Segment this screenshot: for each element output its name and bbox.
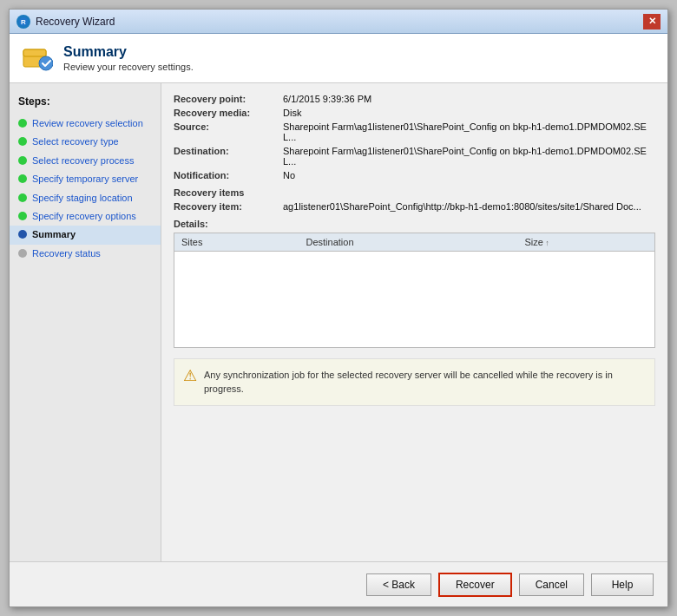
- window-title: Recovery Wizard: [36, 16, 115, 28]
- details-label: Details:: [174, 219, 655, 229]
- sidebar-label-specify-recovery-options: Specify recovery options: [32, 210, 136, 223]
- col-destination: Destination: [299, 233, 518, 252]
- svg-rect-3: [23, 49, 46, 56]
- dot-select-recovery-process: [18, 156, 27, 165]
- cancel-button[interactable]: Cancel: [519, 573, 584, 596]
- detail-table-body: [174, 252, 654, 347]
- main-content: Recovery point: 6/1/2015 9:39:36 PM Reco…: [161, 83, 667, 561]
- help-button[interactable]: Help: [591, 573, 654, 596]
- recover-button[interactable]: Recover: [438, 573, 512, 597]
- dot-review-recovery-selection: [18, 119, 27, 128]
- sidebar-title: Steps:: [10, 92, 161, 115]
- sidebar-item-summary[interactable]: Summary: [10, 226, 161, 244]
- warning-icon: ⚠: [183, 368, 197, 383]
- detail-table-wrapper: Sites Destination Size: [174, 233, 655, 348]
- svg-text:R: R: [21, 18, 26, 26]
- recovery-point-label: Recovery point:: [174, 94, 278, 104]
- recovery-item-grid: Recovery item: ag1listener01\SharePoint_…: [174, 201, 655, 212]
- destination-label: Destination:: [174, 146, 278, 167]
- back-button[interactable]: < Back: [366, 573, 431, 596]
- info-grid: Recovery point: 6/1/2015 9:39:36 PM Reco…: [174, 94, 655, 180]
- header-icon: [22, 43, 53, 74]
- sidebar-label-specify-staging-location: Specify staging location: [32, 192, 133, 205]
- sidebar-item-select-recovery-type[interactable]: Select recovery type: [10, 133, 161, 151]
- body: Steps: Review recovery selection Select …: [10, 83, 667, 561]
- title-bar: R Recovery Wizard ✕: [10, 10, 667, 34]
- source-value: Sharepoint Farm\ag1listener01\SharePoint…: [283, 121, 655, 142]
- header-subtitle: Review your recovery settings.: [63, 62, 194, 72]
- col-size[interactable]: Size: [517, 233, 654, 252]
- sidebar-label-recovery-status: Recovery status: [32, 247, 101, 260]
- recovery-item-value: ag1listener01\SharePoint_Config\http://b…: [283, 201, 655, 212]
- sidebar-item-specify-staging-location[interactable]: Specify staging location: [10, 189, 161, 207]
- sidebar-item-recovery-status[interactable]: Recovery status: [10, 245, 161, 263]
- dot-specify-temporary-server: [18, 174, 27, 183]
- title-bar-left: R Recovery Wizard: [16, 15, 115, 29]
- dot-specify-staging-location: [18, 193, 27, 202]
- sidebar-label-select-recovery-type: Select recovery type: [32, 135, 119, 148]
- svg-point-4: [39, 56, 53, 70]
- recovery-items-section-label: Recovery items: [174, 187, 655, 198]
- dot-recovery-status: [18, 249, 27, 258]
- col-sites: Sites: [174, 233, 299, 252]
- sidebar-item-specify-temporary-server[interactable]: Specify temporary server: [10, 170, 161, 188]
- header-title: Summary: [63, 44, 194, 60]
- recovery-point-value: 6/1/2015 9:39:36 PM: [283, 94, 655, 104]
- source-label: Source:: [174, 121, 278, 142]
- close-button[interactable]: ✕: [643, 14, 661, 29]
- recovery-item-label: Recovery item:: [174, 201, 278, 212]
- header-section: Summary Review your recovery settings.: [10, 34, 667, 83]
- sidebar-label-select-recovery-process: Select recovery process: [32, 154, 134, 167]
- dot-select-recovery-type: [18, 137, 27, 146]
- warning-box: ⚠ Any synchronization job for the select…: [174, 358, 655, 406]
- recovery-media-label: Recovery media:: [174, 108, 278, 118]
- recovery-media-value: Disk: [283, 108, 655, 118]
- dot-specify-recovery-options: [18, 212, 27, 220]
- app-icon: R: [16, 15, 30, 29]
- header-text: Summary Review your recovery settings.: [63, 44, 194, 72]
- recovery-wizard-window: R Recovery Wizard ✕ Summary Review your …: [9, 9, 668, 607]
- sidebar-item-specify-recovery-options[interactable]: Specify recovery options: [10, 207, 161, 226]
- dot-summary: [18, 230, 27, 239]
- footer: < Back Recover Cancel Help: [10, 561, 667, 606]
- sidebar-label-summary: Summary: [32, 228, 76, 241]
- warning-text: Any synchronization job for the selected…: [204, 368, 646, 396]
- table-empty-row: [174, 252, 654, 347]
- sidebar: Steps: Review recovery selection Select …: [10, 83, 161, 561]
- sidebar-item-select-recovery-process[interactable]: Select recovery process: [10, 152, 161, 170]
- sidebar-item-review-recovery-selection[interactable]: Review recovery selection: [10, 115, 161, 133]
- notification-value: No: [283, 170, 655, 180]
- sidebar-label-specify-temporary-server: Specify temporary server: [32, 173, 138, 186]
- destination-value: Sharepoint Farm\ag1listener01\SharePoint…: [283, 146, 655, 167]
- detail-table: Sites Destination Size: [174, 233, 654, 347]
- sidebar-label-review-recovery-selection: Review recovery selection: [32, 117, 143, 130]
- notification-label: Notification:: [174, 170, 278, 180]
